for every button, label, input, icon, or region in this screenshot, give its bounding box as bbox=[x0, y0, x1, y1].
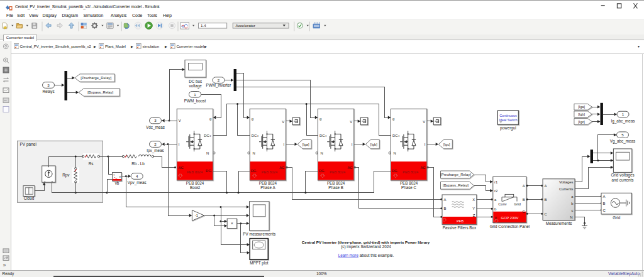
svg-text:powergui: powergui bbox=[500, 126, 516, 131]
svg-text:1: 1 bbox=[622, 112, 625, 116]
svg-text:[Igc]: [Igc] bbox=[578, 120, 585, 124]
svg-text:Relays: Relays bbox=[42, 89, 54, 94]
svg-text:[Precharge_Relay]: [Precharge_Relay] bbox=[440, 173, 471, 177]
svg-text:Passive Filters Box: Passive Filters Box bbox=[443, 225, 477, 230]
svg-text:[Iga]: [Iga] bbox=[303, 143, 309, 146]
svg-text:AC: AC bbox=[279, 166, 284, 170]
svg-text:V: V bbox=[423, 120, 425, 124]
svg-text:and currents: and currents bbox=[611, 178, 633, 182]
svg-text:Y: Y bbox=[472, 207, 475, 210]
svg-text:PEB 8024: PEB 8024 bbox=[330, 170, 345, 174]
svg-text:DC-: DC- bbox=[392, 169, 398, 173]
svg-text:+: + bbox=[113, 173, 115, 177]
svg-text:DC+: DC+ bbox=[252, 134, 260, 138]
svg-text:B: B bbox=[603, 202, 606, 205]
svg-text:PEB 8024: PEB 8024 bbox=[400, 181, 418, 185]
svg-text:GCP 230V: GCP 230V bbox=[501, 216, 518, 220]
svg-text:DC-: DC- bbox=[251, 169, 257, 173]
svg-text:PWM_boost: PWM_boost bbox=[184, 99, 206, 104]
svg-text:N: N bbox=[206, 151, 209, 155]
svg-text:Grid Connection Panel: Grid Connection Panel bbox=[490, 224, 530, 229]
svg-text:N: N bbox=[321, 151, 323, 155]
svg-text:DC-: DC- bbox=[319, 169, 325, 173]
svg-text:PFB: PFB bbox=[457, 219, 464, 223]
svg-text:Phase C: Phase C bbox=[401, 185, 417, 190]
svg-text:A: A bbox=[545, 184, 547, 188]
svg-text:PWM_inverter: PWM_inverter bbox=[206, 83, 231, 88]
svg-text:Central PV Inverter (three-pha: Central PV Inverter (three-phase, grid-t… bbox=[302, 240, 430, 244]
svg-text:Vdc_meas: Vdc_meas bbox=[146, 125, 165, 130]
svg-text:PEB 8024: PEB 8024 bbox=[186, 181, 204, 185]
svg-text:X: X bbox=[472, 198, 475, 202]
svg-text:V: V bbox=[179, 119, 181, 122]
svg-text:Continuous: Continuous bbox=[499, 114, 517, 117]
svg-text:v: v bbox=[119, 175, 121, 178]
svg-text:PEB 8024: PEB 8024 bbox=[327, 181, 345, 185]
svg-text:Rb - Lb: Rb - Lb bbox=[131, 161, 145, 166]
svg-text:B: B bbox=[545, 198, 547, 202]
svg-text:Ig_abc_meas: Ig_abc_meas bbox=[611, 119, 635, 124]
svg-text:2: 2 bbox=[218, 78, 220, 82]
svg-text:-1: -1 bbox=[195, 214, 198, 217]
svg-text:DC-: DC- bbox=[206, 169, 212, 173]
svg-text:Measurements: Measurements bbox=[546, 221, 572, 225]
svg-text:A: A bbox=[444, 198, 447, 202]
svg-text:Voltages: Voltages bbox=[559, 180, 574, 184]
svg-text:1: 1 bbox=[194, 92, 196, 97]
svg-text:[Bypass_Relay]: [Bypass_Relay] bbox=[443, 183, 469, 187]
svg-text:Z: Z bbox=[473, 214, 475, 217]
svg-text:PEB 8024: PEB 8024 bbox=[187, 170, 203, 174]
svg-text:Phase A: Phase A bbox=[260, 185, 275, 190]
svg-text:5: 5 bbox=[621, 133, 624, 137]
svg-text:Rs: Rs bbox=[89, 161, 94, 166]
svg-text:[Iga]: [Iga] bbox=[578, 105, 585, 109]
svg-text:Grid: Grid bbox=[514, 202, 521, 206]
svg-text:Ipv_meas: Ipv_meas bbox=[147, 148, 164, 153]
svg-text:DC bus: DC bus bbox=[189, 79, 202, 84]
svg-text:[Igb]: [Igb] bbox=[578, 112, 585, 116]
svg-text:DC+: DC+ bbox=[392, 134, 401, 138]
svg-text:PEB 8024: PEB 8024 bbox=[402, 170, 418, 174]
svg-text:vb: vb bbox=[115, 181, 119, 185]
svg-text:N: N bbox=[394, 151, 396, 155]
svg-text:r2: r2 bbox=[494, 189, 497, 193]
svg-text:C: C bbox=[523, 210, 526, 214]
svg-text:r1: r1 bbox=[494, 180, 497, 184]
svg-text:g: g bbox=[252, 117, 253, 121]
svg-text:MPPT plot: MPPT plot bbox=[250, 261, 269, 266]
svg-text:g: g bbox=[319, 117, 321, 121]
svg-text:B: B bbox=[523, 198, 525, 202]
svg-text:Boost: Boost bbox=[190, 185, 200, 190]
svg-text:3: 3 bbox=[154, 118, 157, 122]
svg-text:DC+: DC+ bbox=[319, 134, 328, 138]
svg-text:V: V bbox=[282, 120, 284, 124]
svg-text:N: N bbox=[252, 151, 255, 155]
svg-text:Learn more about this example.: Learn more about this example. bbox=[338, 253, 394, 258]
svg-text:Vpv_meas: Vpv_meas bbox=[128, 180, 147, 185]
svg-text:B: B bbox=[444, 207, 447, 210]
svg-text:A: A bbox=[523, 184, 525, 188]
svg-text:c: c bbox=[572, 209, 574, 212]
svg-text:C: C bbox=[603, 209, 606, 212]
svg-text:×: × bbox=[231, 221, 233, 225]
svg-text:Currents: Currents bbox=[559, 187, 574, 191]
svg-text:AC: AC bbox=[179, 166, 184, 170]
svg-text:g: g bbox=[495, 215, 497, 219]
svg-text:PEB 8024: PEB 8024 bbox=[262, 170, 277, 174]
svg-text:g: g bbox=[209, 117, 211, 121]
svg-text:V: V bbox=[350, 120, 352, 124]
svg-text:[Igb]: [Igb] bbox=[370, 143, 377, 146]
svg-text:2: 2 bbox=[154, 142, 157, 146]
svg-text:(c) imperix Switzerland 2024: (c) imperix Switzerland 2024 bbox=[341, 244, 391, 249]
svg-text:N: N bbox=[570, 215, 572, 219]
svg-text:AC: AC bbox=[347, 166, 352, 170]
svg-text:A: A bbox=[603, 195, 606, 198]
svg-text:[Bypass_Relay]: [Bypass_Relay] bbox=[87, 90, 113, 94]
svg-text:voltage: voltage bbox=[189, 84, 203, 89]
svg-text:PV measurements: PV measurements bbox=[243, 232, 275, 236]
svg-text:PV panel: PV panel bbox=[20, 142, 37, 147]
svg-text:C: C bbox=[545, 212, 548, 216]
svg-text:Phase B: Phase B bbox=[328, 185, 343, 190]
svg-text:3: 3 bbox=[47, 83, 50, 87]
svg-text:[Igc]: [Igc] bbox=[443, 143, 450, 146]
